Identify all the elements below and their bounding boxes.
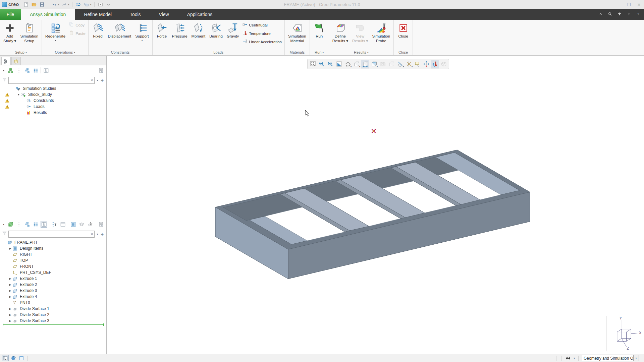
columns2-button[interactable] bbox=[59, 221, 66, 228]
dots-button[interactable] bbox=[15, 221, 22, 228]
section-view-button[interactable]: ▾ bbox=[370, 60, 378, 68]
fixed-button[interactable]: Fixed bbox=[90, 20, 106, 39]
add-study-button[interactable]: AddStudy ▾ bbox=[1, 20, 18, 43]
zoom-in-button[interactable] bbox=[317, 60, 326, 68]
save-button[interactable] bbox=[39, 1, 46, 8]
select-plane-button[interactable] bbox=[87, 221, 93, 228]
doc-settings-button[interactable] bbox=[98, 67, 104, 74]
tab-file[interactable]: File bbox=[0, 9, 21, 20]
selection-filter-select[interactable]: Geometry and Simulation O ▾ bbox=[582, 355, 639, 361]
named-views-button[interactable]: ▾ bbox=[352, 60, 361, 68]
zoom-region-button[interactable] bbox=[309, 60, 317, 68]
tree-caret-right[interactable]: ▶ bbox=[8, 289, 12, 292]
tree-caret-right[interactable]: ▶ bbox=[8, 277, 12, 280]
gravity-button[interactable]: Gravity bbox=[225, 20, 241, 39]
tree-caret-right[interactable]: ▶ bbox=[8, 307, 12, 310]
model-tree-item-extrude-4[interactable]: ▶Extrude 4 bbox=[0, 294, 106, 300]
dots-button[interactable] bbox=[15, 67, 22, 74]
list-blue-button[interactable] bbox=[70, 221, 76, 228]
redo-dropdown-caret[interactable]: ▾ bbox=[68, 3, 69, 6]
study-filter-clear-icon[interactable]: ✕ bbox=[91, 78, 93, 82]
spin-tool-button[interactable]: ▾ bbox=[343, 60, 352, 68]
tree-caret-down[interactable]: ▼ bbox=[16, 93, 21, 96]
tab-applications[interactable]: Applications bbox=[178, 9, 222, 20]
window-switch-dropdown-caret[interactable]: ▾ bbox=[90, 3, 92, 6]
undo-dropdown-caret[interactable]: ▾ bbox=[58, 3, 59, 6]
simulation-probe-button[interactable]: SimulationProbe bbox=[370, 20, 392, 43]
reorient-button[interactable] bbox=[361, 60, 369, 68]
doc-settings-button[interactable] bbox=[98, 221, 104, 228]
model-tree-item-right[interactable]: RIGHT bbox=[0, 251, 106, 257]
tree-blue-button[interactable] bbox=[24, 67, 31, 74]
new-file-button[interactable] bbox=[22, 1, 30, 8]
columns-button[interactable] bbox=[43, 67, 49, 74]
grid-blue-button[interactable] bbox=[32, 67, 39, 74]
force-button[interactable]: Force bbox=[154, 20, 170, 39]
tree-caret-right[interactable]: ▶ bbox=[8, 283, 12, 286]
define-results-button[interactable]: DefineResults ▾ bbox=[330, 20, 350, 43]
columns-button[interactable] bbox=[41, 221, 47, 228]
graphics-viewport[interactable]: ▾▾▾▾▾ bbox=[107, 56, 644, 354]
close-button[interactable]: ✕ bbox=[637, 2, 641, 7]
selection-filter-caret[interactable]: ▾ bbox=[633, 355, 639, 361]
find-dropdown-caret[interactable]: ▾ bbox=[574, 357, 575, 360]
study-filter-input[interactable] bbox=[9, 77, 94, 83]
panes-toggle-button[interactable] bbox=[2, 355, 9, 361]
study-filter-add-button[interactable]: + bbox=[100, 77, 104, 83]
find-tool-button[interactable] bbox=[565, 355, 572, 361]
tab-refine-model[interactable]: Refine Model bbox=[75, 9, 121, 20]
study-tree-item-results[interactable]: Results bbox=[0, 110, 106, 116]
filter-sort-button[interactable] bbox=[51, 221, 58, 228]
tab-view[interactable]: View bbox=[150, 9, 178, 20]
model-filter-caret[interactable]: ▾ bbox=[96, 233, 99, 236]
study-filter-caret[interactable]: ▾ bbox=[96, 79, 99, 82]
tab-tools[interactable]: Tools bbox=[121, 9, 150, 20]
redo-button[interactable] bbox=[61, 1, 68, 8]
insert-indicator-line[interactable] bbox=[3, 324, 104, 325]
regenerate-dropdown-caret[interactable]: ▾ bbox=[55, 39, 56, 42]
displacement-button[interactable]: Displacement bbox=[106, 20, 133, 39]
model-tree-item-divide-surface-1[interactable]: ▶Divide Surface 1 bbox=[0, 306, 106, 312]
spin-center-icon-button[interactable] bbox=[422, 60, 430, 68]
simulation-setup-button[interactable]: SimulationSetup bbox=[18, 20, 40, 43]
ribbon-collapse-icon[interactable] bbox=[598, 12, 603, 17]
command-search-icon[interactable] bbox=[617, 12, 622, 17]
group-label-operations[interactable]: Operations▾ bbox=[43, 49, 87, 55]
help-icon[interactable]: ? bbox=[636, 12, 641, 17]
refit-button[interactable] bbox=[335, 60, 343, 68]
linear-acceleration-button[interactable]: Linear Acceleration bbox=[242, 39, 282, 45]
run-button[interactable]: Run bbox=[311, 20, 327, 39]
cube-green-button[interactable] bbox=[7, 221, 14, 228]
temperature-button[interactable]: Temperature bbox=[242, 30, 282, 37]
model-filter-input[interactable] bbox=[9, 231, 94, 237]
model-tree-item-extrude-2[interactable]: ▶Extrude 2 bbox=[0, 282, 106, 288]
model-filter-clear-icon[interactable]: ✕ bbox=[91, 232, 93, 236]
pressure-button[interactable]: Pressure bbox=[170, 20, 190, 39]
model-tree-item-extrude-3[interactable]: ▶Extrude 3 bbox=[0, 288, 106, 294]
support-button[interactable]: Support▾ bbox=[133, 20, 151, 42]
tree-blue-button[interactable] bbox=[24, 221, 31, 228]
support-dropdown-caret[interactable]: ▾ bbox=[141, 39, 143, 42]
bearing-button[interactable]: Bearing bbox=[207, 20, 225, 39]
annotation-display-button[interactable] bbox=[413, 60, 422, 68]
layers-tab[interactable] bbox=[11, 57, 21, 65]
layers-small-button[interactable] bbox=[78, 221, 85, 228]
study-collapse-caret[interactable]: ▾ bbox=[2, 67, 5, 74]
qat-more-button[interactable] bbox=[105, 1, 112, 8]
model-tree-item-extrude-1[interactable]: ▶Extrude 1 bbox=[0, 276, 106, 282]
tree-caret-right[interactable]: ▶ bbox=[8, 247, 12, 250]
undo-button[interactable] bbox=[51, 1, 58, 8]
model-filter-add-button[interactable]: + bbox=[100, 231, 104, 237]
study-tree-item-constraints[interactable]: Constraints bbox=[0, 98, 106, 104]
close-study-button[interactable]: Close bbox=[395, 20, 411, 39]
model-tree-item-front[interactable]: FRONT bbox=[0, 263, 106, 269]
close-window-button[interactable] bbox=[97, 1, 104, 8]
model-tree-item-prt-csys-def[interactable]: PRT_CSYS_DEF bbox=[0, 269, 106, 276]
model-tree-item-frame-prt[interactable]: FRAME.PRT bbox=[0, 239, 106, 245]
grid-blue-button[interactable] bbox=[32, 221, 39, 228]
simulation-material-button[interactable]: SimulationMaterial bbox=[286, 20, 308, 43]
zoom-out-button[interactable] bbox=[326, 60, 334, 68]
group-label-run[interactable]: Run▾ bbox=[311, 49, 327, 55]
search-icon[interactable] bbox=[608, 12, 612, 17]
plane-display-button[interactable]: ▾ bbox=[396, 60, 404, 68]
